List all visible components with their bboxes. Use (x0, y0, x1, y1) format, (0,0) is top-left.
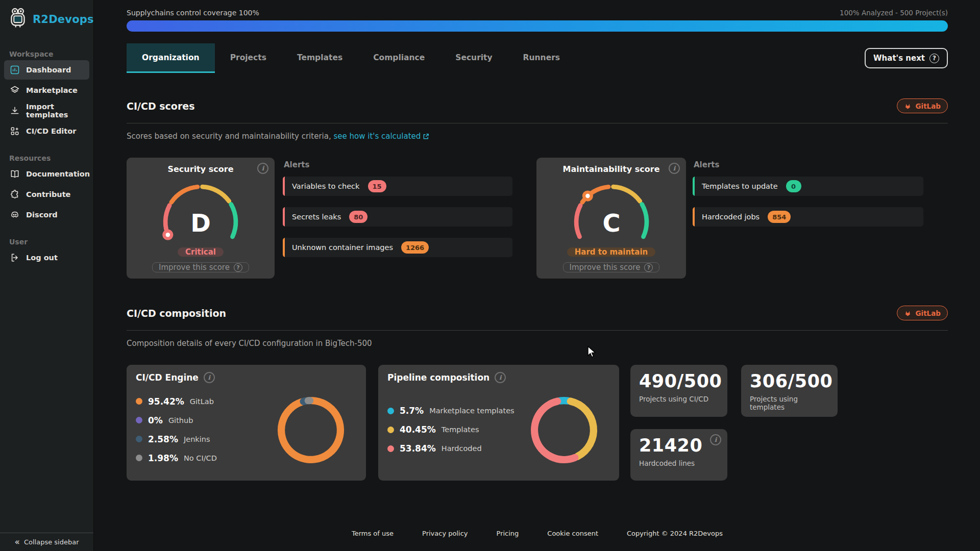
external-link-icon (423, 133, 429, 140)
collapse-chevrons-icon: « (15, 538, 20, 546)
gitlab-provider-badge[interactable]: GitLab (897, 98, 948, 113)
composition-subtitle: Composition details of every CI/CD confi… (127, 339, 948, 348)
legend-percent: 5.7% (400, 406, 424, 416)
alert-severity-bar (693, 177, 695, 196)
analyzed-label: 100% Analyzed - 500 Project(s) (840, 9, 948, 17)
maintainability-status-badge: Hard to maintain (567, 247, 655, 257)
alerts-title: Alerts (694, 160, 923, 169)
sidebar-nav: WorkspaceDashboardMarketplaceImport temp… (0, 37, 93, 268)
stat-label: Projects using templates (750, 395, 829, 411)
collapse-sidebar-label: Collapse sidebar (24, 538, 79, 546)
sidebar-item-log-out[interactable]: Log out (4, 248, 89, 267)
alert-count-badge: 15 (368, 180, 386, 192)
alert-label: Secrets leaks (292, 213, 341, 221)
legend-dot (136, 398, 142, 405)
info-icon[interactable]: i (710, 434, 721, 445)
gitlab-provider-badge[interactable]: GitLab (897, 306, 948, 320)
alert-label: Templates to update (702, 182, 778, 190)
gitlab-tanuki-icon (904, 103, 912, 110)
improve-maintainability-score-button[interactable]: Improve this score ? (563, 262, 660, 272)
svg-text:C: C (602, 209, 620, 237)
alert-count-badge: 1266 (401, 241, 429, 254)
maintainability-score-card: Maintainability score i C Hard to mainta… (536, 158, 686, 279)
documentation-icon (9, 169, 20, 180)
security-score-card: Security score i D Critical Improve this… (127, 158, 275, 279)
alert-label: Hardcoded jobs (702, 213, 760, 221)
sidebar-item-dashboard[interactable]: Dashboard (4, 60, 89, 80)
app-logo[interactable]: R2Devops (0, 0, 93, 37)
gitlab-badge-label: GitLab (915, 309, 941, 317)
sidebar-item-ci-cd-editor[interactable]: CI/CD Editor (4, 121, 89, 141)
tab-compliance[interactable]: Compliance (358, 43, 440, 73)
divider (127, 123, 948, 123)
footer-link-cookie-consent[interactable]: Cookie consent (547, 530, 598, 537)
legend-name: Templates (442, 425, 479, 434)
whats-next-label: What's next (873, 54, 925, 63)
main-content: Supplychains control coverage 100% 100% … (94, 0, 980, 551)
legend-name: Hardcoded (442, 444, 482, 453)
legend-percent: 53.84% (400, 443, 436, 454)
info-icon[interactable]: i (204, 372, 215, 383)
legend-percent: 0% (148, 415, 163, 425)
legend-name: Jenkins (184, 435, 210, 443)
footer-link-privacy-policy[interactable]: Privacy policy (422, 530, 468, 537)
cicd-engine-card: CI/CD Engine i 95.42%GitLab0%Github2.58%… (127, 365, 366, 481)
sidebar-section-label: Workspace (9, 50, 93, 58)
coverage-header: Supplychains control coverage 100% 100% … (127, 0, 948, 17)
sidebar-item-discord[interactable]: Discord (4, 205, 89, 224)
marketplace-icon (9, 85, 20, 96)
sidebar-item-documentation[interactable]: Documentation (4, 164, 89, 184)
maintainability-score-gauge: C (561, 175, 662, 244)
alert-count-badge: 0 (786, 180, 801, 192)
security-score-gauge: D (151, 175, 251, 244)
info-icon[interactable]: i (495, 372, 506, 383)
tab-runners[interactable]: Runners (508, 43, 575, 73)
legend-dot (136, 436, 142, 442)
engine-donut-chart (272, 391, 350, 469)
tab-security[interactable]: Security (440, 43, 507, 73)
alert-row-hardcoded-jobs[interactable]: Hardcoded jobs854 (693, 207, 923, 227)
stat-value: 21420 (639, 435, 719, 456)
footer-link-pricing[interactable]: Pricing (497, 530, 519, 537)
logout-icon (9, 253, 20, 263)
tab-projects[interactable]: Projects (215, 43, 282, 73)
alert-row-unknown-container-images[interactable]: Unknown container images1266 (283, 238, 512, 257)
stat-label: Hardcoded lines (639, 459, 719, 467)
security-score-title: Security score (167, 164, 233, 174)
alert-severity-bar (283, 207, 285, 227)
stats-grid: 490/500Projects using CI/CD306/500Projec… (630, 365, 838, 481)
alert-row-variables-to-check[interactable]: Variables to check15 (283, 177, 512, 196)
tab-templates[interactable]: Templates (282, 43, 358, 73)
sidebar-item-label: Import templates (26, 103, 84, 119)
sidebar-item-import-templates[interactable]: Import templates (4, 101, 89, 120)
footer-link-terms-of-use[interactable]: Terms of use (352, 530, 394, 537)
sidebar-item-contribute[interactable]: Contribute (4, 185, 89, 204)
brand-name: R2Devops (33, 13, 94, 26)
sidebar-item-marketplace[interactable]: Marketplace (4, 81, 89, 100)
improve-security-score-button[interactable]: Improve this score ? (152, 262, 249, 272)
tab-organization[interactable]: Organization (127, 43, 215, 73)
collapse-sidebar-button[interactable]: « Collapse sidebar (0, 533, 93, 551)
security-alerts: Alerts Variables to check15Secrets leaks… (283, 158, 512, 279)
sidebar-item-label: Marketplace (26, 86, 78, 94)
legend-name: Marketplace templates (429, 407, 514, 415)
info-icon[interactable]: i (669, 163, 680, 174)
legend-dot (136, 417, 142, 423)
sidebar: R2Devops WorkspaceDashboardMarketplaceIm… (0, 0, 94, 551)
sidebar-item-label: CI/CD Editor (26, 127, 76, 135)
legend-name: GitLab (190, 397, 214, 406)
pipeline-composition-card: Pipeline composition i 5.7%Marketplace t… (378, 365, 619, 481)
info-icon[interactable]: i (257, 163, 268, 174)
legend-item-github: 0%Github (136, 415, 217, 425)
alert-row-secrets-leaks[interactable]: Secrets leaks80 (283, 207, 512, 227)
alert-row-templates-to-update[interactable]: Templates to update0 (693, 177, 923, 196)
how-calculated-link[interactable]: see how it's calculated (333, 132, 429, 141)
cicd-editor-icon (9, 126, 20, 137)
pipeline-card-title: Pipeline composition (387, 372, 489, 383)
legend-item-templates: 40.45%Templates (387, 424, 514, 435)
coverage-label: Supplychains control coverage 100% (127, 9, 259, 17)
footer: Terms of usePrivacy policyPricingCookie … (127, 530, 948, 537)
sidebar-section-label: Resources (9, 154, 93, 162)
whats-next-button[interactable]: What's next ? (865, 48, 948, 68)
gitlab-tanuki-icon (904, 310, 912, 317)
